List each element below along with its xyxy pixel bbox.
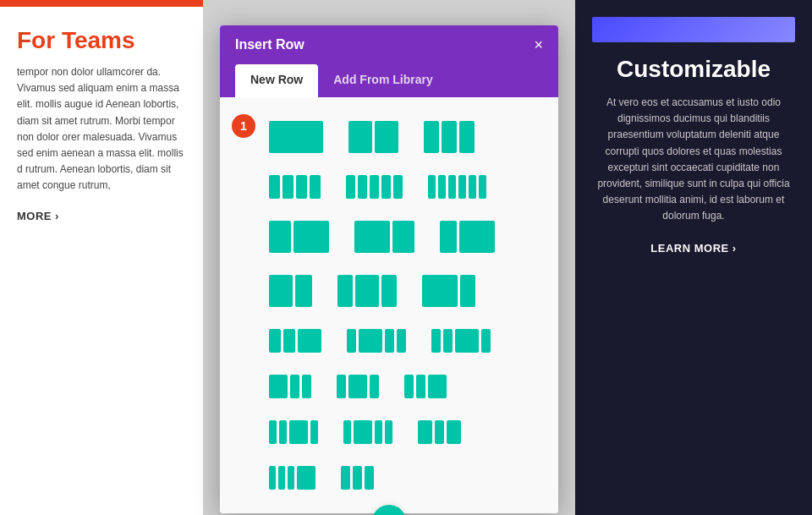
col-block: [392, 221, 414, 253]
col-block: [416, 375, 425, 398]
modal-tabs: New Row Add From Library: [220, 64, 558, 97]
layout-var-8[interactable]: [330, 368, 386, 405]
layout-row-6: [262, 368, 543, 405]
layout-var-6[interactable]: [425, 322, 497, 359]
col-block: [358, 175, 367, 199]
layout-var-4[interactable]: [262, 322, 328, 359]
col-block: [341, 466, 350, 490]
col-block: [310, 175, 321, 199]
col-block: [385, 329, 394, 353]
col-block: [347, 329, 356, 353]
layout-1-2-left[interactable]: [262, 214, 336, 260]
modal-body: 1: [220, 97, 558, 513]
layout-var-13[interactable]: [262, 459, 322, 496]
right-panel-link[interactable]: LEARN MORE: [592, 242, 795, 255]
col-block: [455, 329, 479, 353]
orange-top-bar: [0, 0, 203, 7]
col-block: [310, 420, 318, 444]
col-block: [354, 420, 372, 444]
col-block: [370, 375, 379, 398]
layout-1col[interactable]: [262, 114, 330, 160]
left-panel-text: tempor non dolor ullamcorer da. Vivamus …: [17, 64, 186, 194]
layout-var-7[interactable]: [262, 368, 318, 405]
col-block: [385, 420, 392, 444]
main-container: For Teams tempor non dolor ullamcorer da…: [0, 0, 812, 515]
col-block: [269, 375, 288, 398]
col-block: [279, 420, 287, 444]
close-button[interactable]: ×: [534, 37, 543, 52]
col-block: [370, 175, 379, 199]
right-panel-title: Customizable: [592, 56, 795, 83]
left-panel-title: For Teams: [17, 27, 186, 54]
col-block: [269, 275, 293, 307]
layout-var-5[interactable]: [340, 322, 413, 359]
layout-var-3[interactable]: [415, 268, 482, 314]
col-block: [443, 329, 453, 353]
col-block: [442, 121, 457, 153]
col-block: [354, 221, 390, 253]
col-block: [479, 175, 486, 199]
left-panel-link[interactable]: MORE: [17, 210, 186, 222]
layout-var-2[interactable]: [331, 268, 403, 314]
col-block: [302, 375, 311, 398]
col-block: [269, 329, 281, 353]
step-badge: 1: [232, 114, 255, 138]
col-block: [269, 420, 277, 444]
col-block: [269, 466, 276, 490]
col-block: [298, 329, 321, 353]
modal-overlay: Insert Row × New Row Add From Library 1: [220, 0, 558, 513]
col-block: [269, 175, 280, 199]
tab-add-from-library[interactable]: Add From Library: [318, 64, 447, 97]
col-block: [447, 420, 461, 444]
col-block: [296, 175, 307, 199]
col-block: [359, 329, 382, 353]
layout-2col-equal[interactable]: [342, 114, 405, 160]
layout-var-1[interactable]: [262, 268, 319, 314]
left-panel: For Teams tempor non dolor ullamcorer da…: [0, 0, 203, 515]
col-block: [440, 221, 457, 253]
col-block: [283, 329, 295, 353]
layout-row-2: [262, 168, 543, 205]
right-panel: Customizable At vero eos et accusamus et…: [575, 0, 812, 515]
layout-1-3-right[interactable]: [433, 214, 502, 260]
col-block: [431, 329, 441, 353]
modal-header: Insert Row ×: [220, 25, 558, 64]
layout-2-1-right[interactable]: [348, 214, 421, 260]
col-block: [295, 275, 312, 307]
col-block: [348, 121, 372, 153]
col-block: [353, 466, 362, 490]
right-panel-text: At vero eos et accusamus et iusto odio d…: [592, 95, 795, 225]
col-block: [375, 121, 398, 153]
layout-5col[interactable]: [339, 168, 409, 205]
right-panel-image: [592, 17, 795, 42]
layout-4col[interactable]: [262, 168, 327, 205]
col-block: [469, 175, 476, 199]
col-block: [343, 420, 351, 444]
layout-6col[interactable]: [421, 168, 493, 205]
col-block: [269, 221, 291, 253]
col-block: [428, 175, 436, 199]
tab-new-row[interactable]: New Row: [235, 64, 318, 98]
col-block: [438, 175, 446, 199]
col-block: [428, 375, 447, 398]
layout-var-10[interactable]: [262, 414, 325, 451]
col-block: [337, 275, 353, 307]
layout-var-9[interactable]: [398, 368, 453, 405]
col-block: [289, 420, 308, 444]
col-block: [435, 420, 444, 444]
layout-var-14[interactable]: [334, 459, 381, 496]
layout-var-11[interactable]: [337, 414, 399, 451]
col-block: [481, 329, 491, 353]
col-block: [346, 175, 355, 199]
layout-row-7: [262, 414, 543, 451]
col-block: [269, 121, 323, 153]
layout-row-8: [262, 459, 543, 496]
col-block: [381, 175, 391, 199]
col-block: [459, 221, 495, 253]
col-block: [337, 375, 346, 398]
col-block: [404, 375, 414, 398]
layout-3col-equal[interactable]: [417, 114, 481, 160]
col-block: [424, 121, 439, 153]
col-block: [397, 329, 406, 353]
layout-var-12[interactable]: [411, 414, 468, 451]
